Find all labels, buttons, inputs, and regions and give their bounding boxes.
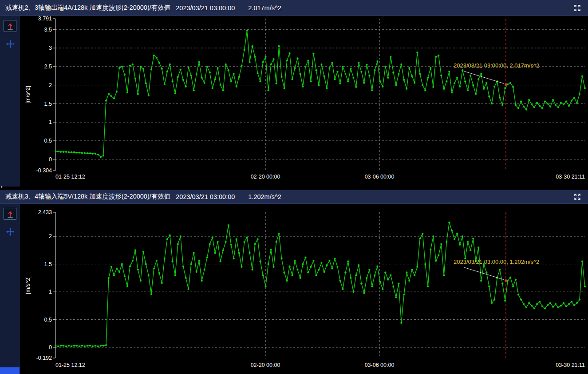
svg-text:2.5: 2.5: [44, 64, 52, 70]
panel2-toolbar: [0, 204, 20, 374]
svg-text:3: 3: [49, 45, 52, 51]
svg-text:01-25 12:12: 01-25 12:12: [55, 174, 85, 180]
sidebar-collapse-handle[interactable]: ›: [0, 183, 5, 190]
panel2-header: 减速机3、4轴输入端5V/128k 加速度波形(2-20000)/有效值 202…: [0, 190, 588, 204]
expand-icon[interactable]: [573, 192, 582, 201]
svg-text:3.5: 3.5: [44, 27, 52, 33]
pan-move-icon[interactable]: [6, 227, 15, 236]
trend-marker-button[interactable]: [4, 208, 16, 220]
expand-arrows-icon: [573, 4, 581, 12]
panel1-cursor-time: 2023/03/21 03:00:00: [176, 4, 235, 12]
line-chart-1[interactable]: 3.7913.532.521.510.50-0.30401-25 12:1202…: [20, 16, 588, 187]
svg-text:01-25 12:12: 01-25 12:12: [55, 362, 85, 368]
expand-icon[interactable]: [573, 4, 582, 12]
svg-text:0.5: 0.5: [44, 138, 52, 144]
panel1-toolbar: [0, 16, 20, 187]
panel1-header: 减速机2、3轴输出端4A/128k 加速度波形(2-20000)/有效值 202…: [0, 0, 588, 16]
svg-text:1: 1: [49, 289, 52, 295]
svg-text:1.5: 1.5: [44, 261, 52, 267]
four-way-arrows-icon: [6, 227, 15, 236]
vibration-monitor-app: 减速机2、3轴输出端4A/128k 加速度波形(2-20000)/有效值 202…: [0, 0, 588, 374]
svg-text:03-30 21:11: 03-30 21:11: [556, 174, 585, 180]
chart-panel-2: 减速机3、4轴输入端5V/128k 加速度波形(2-20000)/有效值 202…: [0, 190, 588, 374]
expand-arrows-icon: [573, 193, 581, 201]
red-up-arrow-icon: [5, 21, 15, 31]
svg-text:1.5: 1.5: [44, 101, 52, 107]
svg-text:[m/s^2]: [m/s^2]: [25, 86, 31, 103]
svg-text:[m/s^2]: [m/s^2]: [25, 276, 31, 294]
panel2-body: 2.43321.510.50-0.19201-25 12:1202-20 00:…: [0, 204, 588, 374]
svg-text:0.5: 0.5: [44, 317, 52, 323]
panel1-cursor-value: 2.017m/s^2: [248, 4, 281, 12]
panel2-cursor-time: 2023/03/21 03:00:00: [176, 193, 235, 200]
svg-text:2: 2: [49, 82, 52, 88]
svg-text:2023/03/21 03:00:00, 2.017m/s^: 2023/03/21 03:00:00, 2.017m/s^2: [454, 62, 539, 69]
panel1-body: 3.7913.532.521.510.50-0.30401-25 12:1202…: [0, 16, 588, 187]
svg-text:02-20 00:00: 02-20 00:00: [251, 174, 280, 180]
svg-text:2023/03/21 03:00:00, 1.202m/s^: 2023/03/21 03:00:00, 1.202m/s^2: [454, 259, 539, 265]
panel1-title: 减速机2、3轴输出端4A/128k 加速度波形(2-20000)/有效值: [5, 4, 170, 12]
svg-text:-0.304: -0.304: [36, 167, 52, 174]
trend-marker-button[interactable]: [4, 20, 16, 32]
panel2-cursor-value: 1.202m/s^2: [248, 193, 281, 200]
svg-text:03-06 00:00: 03-06 00:00: [365, 174, 395, 180]
svg-text:0: 0: [49, 344, 52, 350]
svg-text:02-20 00:00: 02-20 00:00: [251, 362, 280, 368]
svg-text:2.433: 2.433: [38, 209, 52, 215]
svg-text:2: 2: [49, 233, 52, 239]
pan-move-icon[interactable]: [6, 40, 15, 48]
svg-text:03-30 21:11: 03-30 21:11: [556, 362, 585, 368]
svg-text:-0.192: -0.192: [36, 355, 52, 361]
svg-text:3.791: 3.791: [38, 16, 52, 22]
four-way-arrows-icon: [6, 40, 15, 48]
panel2-title: 减速机3、4轴输入端5V/128k 加速度波形(2-20000)/有效值: [5, 192, 170, 201]
line-chart-2[interactable]: 2.43321.510.50-0.19201-25 12:1202-20 00:…: [20, 204, 588, 374]
red-up-arrow-icon: [5, 209, 15, 219]
bottom-left-scroll-block[interactable]: [0, 367, 20, 374]
svg-text:1: 1: [49, 119, 52, 125]
svg-text:03-06 00:00: 03-06 00:00: [365, 362, 395, 368]
svg-text:0: 0: [49, 156, 52, 163]
chart-panel-1: 减速机2、3轴输出端4A/128k 加速度波形(2-20000)/有效值 202…: [0, 0, 588, 187]
